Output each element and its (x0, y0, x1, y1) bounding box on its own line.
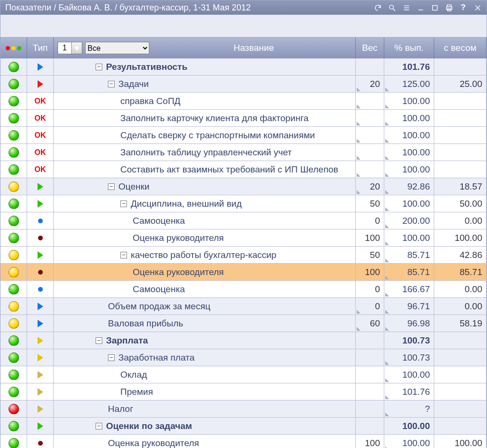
table-row[interactable]: Налог? (0, 400, 487, 418)
tree-toggle[interactable]: − (96, 423, 102, 429)
cell-type (27, 58, 54, 75)
cell-status (0, 281, 27, 297)
row-name: Оценка руководителя (133, 233, 224, 243)
table-row[interactable]: Самооценка0166.670.00 (0, 281, 487, 298)
row-weight: 0 (375, 284, 380, 295)
table-row[interactable]: OKЗаполнить таблицу управленческий учет1… (0, 144, 487, 161)
row-name: Самооценка (133, 284, 185, 295)
row-name: Оценка руководителя (108, 438, 199, 448)
table-row[interactable]: −Оценки по задачам100.00 (0, 418, 487, 435)
table-row[interactable]: −Оценки2092.8618.57 (0, 178, 487, 195)
cell-name: −Оценки по задачам (54, 418, 356, 434)
table-row[interactable]: Самооценка0200.000.00 (0, 212, 487, 229)
table-row[interactable]: Объем продаж за месяц096.710.00 (0, 298, 487, 315)
chevron-down-icon[interactable]: ▾ (71, 42, 82, 54)
row-pct: 96.98 (407, 318, 430, 329)
table-row[interactable]: −Результативность101.76 (0, 58, 487, 76)
print-icon[interactable] (445, 3, 453, 12)
search-icon[interactable] (388, 3, 396, 12)
cell-pct: 100.00 (384, 127, 434, 143)
minimize-icon[interactable] (416, 3, 425, 12)
row-pct: 100.00 (402, 113, 430, 124)
header-weighted[interactable]: с весом (434, 38, 487, 58)
maximize-icon[interactable] (430, 3, 439, 12)
toolbar-strip (0, 15, 487, 38)
cell-weighted: 0.00 (434, 212, 487, 229)
cell-type (27, 298, 54, 315)
status-light-green-icon (9, 233, 19, 243)
table-row[interactable]: Оценка руководителя100100.00100.00 (0, 435, 487, 448)
table-row[interactable]: OKЗаполнить карточку клиента для фактори… (0, 110, 487, 127)
level-spinner[interactable]: ▾ (58, 42, 82, 54)
row-name: Оценка руководителя (133, 267, 224, 277)
table-row[interactable]: −Заработная плата100.73 (0, 349, 487, 366)
ok-badge: OK (35, 131, 46, 140)
status-light-green-icon (9, 370, 19, 380)
tree-toggle[interactable]: − (120, 200, 127, 207)
row-weight: 100 (365, 233, 380, 243)
row-weighted: 58.19 (459, 318, 482, 329)
cell-name: Оценка руководителя (54, 435, 356, 448)
cell-status (0, 264, 27, 280)
cell-pct: 96.71 (384, 298, 434, 315)
tree-toggle[interactable]: − (96, 64, 102, 70)
cell-weight: 100 (356, 229, 384, 246)
level-input[interactable] (58, 42, 71, 54)
cell-pct: 96.98 (384, 315, 434, 332)
cell-name: Объем продаж за месяц (54, 298, 356, 315)
table-row[interactable]: −качество работы бухгалтер-кассир5085.71… (0, 247, 487, 264)
tree-toggle[interactable]: − (108, 81, 115, 87)
cell-name: Самооценка (54, 212, 356, 229)
row-pct: 100.00 (402, 370, 430, 380)
refresh-icon[interactable] (373, 3, 382, 12)
cell-status (0, 383, 27, 400)
triangle-red-icon (38, 80, 43, 88)
row-name: Заполнить карточку клиента для факторинг… (120, 113, 309, 124)
cell-pct: 100.00 (384, 195, 434, 212)
table-row[interactable]: OKсправка СоПД100.00 (0, 93, 487, 110)
row-name: Дисциплина, внешний вид (131, 199, 242, 209)
table-row[interactable]: Оценка руководителя100100.00100.00 (0, 229, 487, 247)
cell-status (0, 315, 27, 332)
app-window: Показатели / Байкова А. В. / бухгалтер-к… (0, 0, 487, 448)
help-icon[interactable]: ? (459, 3, 468, 12)
table-row[interactable]: Валовая прибыль6096.9858.19 (0, 315, 487, 332)
cell-name: −Заработная плата (54, 349, 356, 366)
close-icon[interactable] (473, 3, 482, 12)
row-pct: ? (425, 404, 430, 414)
header-pct[interactable]: % вып. (384, 38, 434, 58)
table-row[interactable]: Оценка руководителя10085.7185.71 (0, 264, 487, 281)
row-pct: 166.67 (402, 284, 430, 295)
row-weight: 0 (375, 301, 380, 312)
table-row[interactable]: Премия101.76 (0, 383, 487, 400)
filter-select[interactable]: Все (85, 42, 149, 54)
cell-status (0, 212, 27, 229)
status-light-yellow-icon (9, 301, 19, 312)
table-row[interactable]: −Задачи20125.0025.00 (0, 76, 487, 93)
tree-toggle[interactable]: − (108, 354, 115, 361)
table-row[interactable]: OKСоставить акт взаимных требований с ИП… (0, 161, 487, 178)
list-icon[interactable] (402, 3, 410, 12)
tree-toggle[interactable]: − (96, 337, 102, 344)
row-weighted: 0.00 (465, 284, 482, 295)
cell-pct: 92.86 (384, 178, 434, 195)
tree-toggle[interactable]: − (120, 252, 127, 258)
tree-toggle[interactable]: − (108, 183, 115, 190)
table-row[interactable]: −Зарплата100.73 (0, 332, 487, 349)
header-type[interactable]: Тип (27, 38, 54, 58)
cell-status (0, 110, 27, 126)
cell-name: −Результативность (54, 58, 356, 75)
header-weight[interactable]: Вес (356, 38, 384, 58)
row-pct: 100.00 (402, 233, 430, 243)
cell-pct: 100.00 (384, 366, 434, 383)
cell-status (0, 127, 27, 143)
table-row[interactable]: Оклад100.00 (0, 366, 487, 383)
table-row[interactable]: OKСделать сверку с транспортными компани… (0, 127, 487, 144)
table-row[interactable]: −Дисциплина, внешний вид50100.0050.00 (0, 195, 487, 212)
status-light-green-icon (9, 335, 19, 346)
cell-weight: 0 (356, 281, 384, 297)
header-status[interactable] (0, 38, 27, 58)
status-light-green-icon (9, 421, 19, 431)
row-pct: 101.76 (402, 62, 430, 72)
row-pct: 100.00 (402, 164, 430, 175)
